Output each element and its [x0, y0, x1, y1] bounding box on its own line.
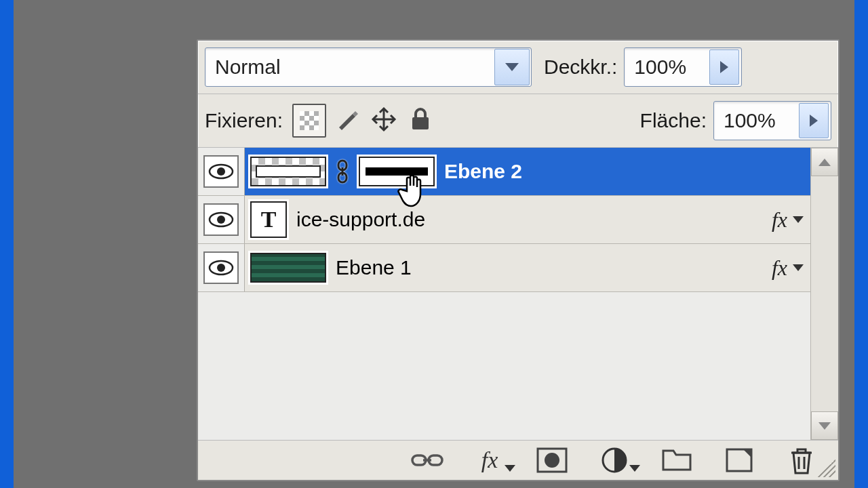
layer-list: Ebene 2 T ice-support.de fx: [198, 148, 810, 440]
svg-point-11: [217, 264, 225, 272]
layer-name-label: ice-support.de: [296, 208, 425, 231]
fx-icon: fx: [772, 256, 787, 281]
blend-mode-value: Normal: [205, 56, 493, 79]
text-layer-thumbnail[interactable]: T: [250, 201, 287, 238]
lock-buttons-group: [292, 104, 436, 138]
scrollbar[interactable]: [810, 148, 838, 440]
scroll-down-button[interactable]: [811, 411, 838, 440]
layers-panel: Normal Deckkr.: 100% Fixieren:: [197, 39, 840, 481]
layer-list-area: Ebene 2 T ice-support.de fx: [198, 148, 838, 440]
eye-icon: [208, 163, 234, 180]
layer-row-ebene-1[interactable]: Ebene 1 fx: [198, 244, 810, 292]
svg-point-4: [217, 167, 225, 176]
fill-input[interactable]: 100%: [713, 101, 831, 140]
opacity-value: 100%: [625, 56, 707, 79]
chevron-down-icon: [793, 264, 804, 271]
fx-button[interactable]: fx: [473, 446, 506, 474]
blend-opacity-row: Normal Deckkr.: 100%: [198, 41, 838, 94]
layer-row-ice-support[interactable]: T ice-support.de fx: [198, 196, 810, 244]
blend-mode-dropdown[interactable]: Normal: [205, 47, 532, 87]
fill-value: 100%: [714, 109, 797, 132]
chevron-down-icon: [505, 465, 515, 472]
chevron-down-icon[interactable]: [494, 49, 530, 85]
layer-fx-indicator[interactable]: fx: [772, 207, 804, 232]
lock-all-icon[interactable]: [405, 104, 436, 135]
adjustment-layer-button[interactable]: [598, 446, 631, 474]
mask-thumbnail[interactable]: [359, 157, 435, 186]
lock-transparency-icon[interactable]: [292, 104, 326, 138]
fill-label: Fläche:: [640, 109, 707, 132]
visibility-toggle[interactable]: [203, 155, 239, 188]
eye-icon: [208, 211, 234, 228]
link-mask-icon[interactable]: [336, 159, 349, 184]
new-group-button[interactable]: [660, 446, 693, 474]
visibility-toggle[interactable]: [203, 251, 239, 284]
fx-icon: fx: [772, 207, 787, 232]
svg-point-16: [545, 453, 559, 468]
panel-bottom-bar: fx: [198, 440, 838, 480]
layer-fx-indicator[interactable]: fx: [772, 256, 804, 281]
opacity-label: Deckkr.:: [544, 56, 617, 79]
lock-fill-row: Fixieren: Fläche: 100%: [198, 94, 838, 148]
layer-name-label: Ebene 1: [336, 256, 412, 279]
layer-row-ebene-2[interactable]: Ebene 2: [198, 148, 810, 196]
eye-icon: [208, 260, 234, 276]
layer-thumbnail[interactable]: [250, 157, 326, 186]
layer-list-empty: [198, 292, 810, 440]
opacity-flyout-icon[interactable]: [709, 49, 739, 85]
chevron-down-icon: [629, 465, 640, 472]
add-mask-button[interactable]: [536, 446, 568, 474]
opacity-input[interactable]: 100%: [624, 47, 742, 87]
link-layers-button[interactable]: [411, 446, 443, 474]
delete-layer-button[interactable]: [785, 446, 818, 474]
visibility-toggle[interactable]: [203, 203, 239, 236]
svg-rect-2: [412, 117, 429, 129]
resize-grip[interactable]: [818, 460, 835, 477]
scroll-up-button[interactable]: [811, 148, 838, 176]
lock-position-icon[interactable]: [368, 104, 399, 135]
chevron-down-icon: [793, 216, 804, 223]
lock-pixels-icon[interactable]: [332, 104, 363, 135]
fill-flyout-icon[interactable]: [799, 103, 829, 138]
lock-label: Fixieren:: [205, 109, 283, 132]
svg-point-9: [217, 216, 225, 224]
layer-name-label: Ebene 2: [444, 160, 522, 183]
new-layer-button[interactable]: [723, 446, 755, 474]
layer-thumbnail[interactable]: [250, 253, 326, 283]
